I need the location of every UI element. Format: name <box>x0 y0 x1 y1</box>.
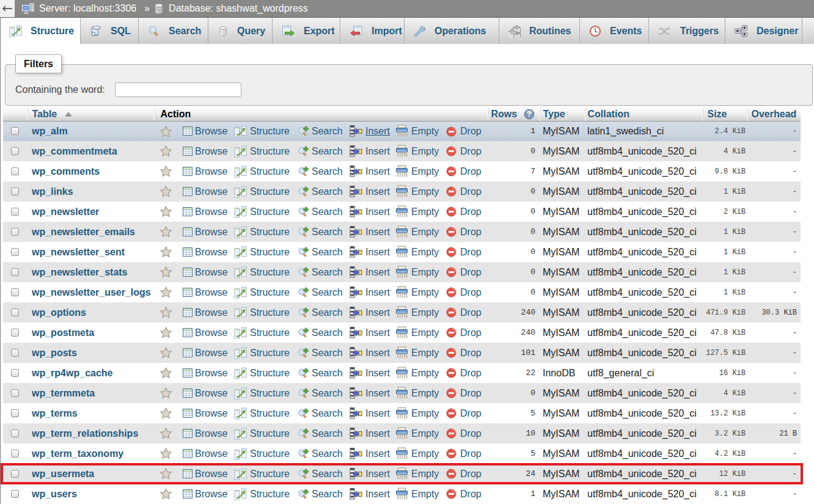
svg-text:?: ? <box>527 110 532 119</box>
